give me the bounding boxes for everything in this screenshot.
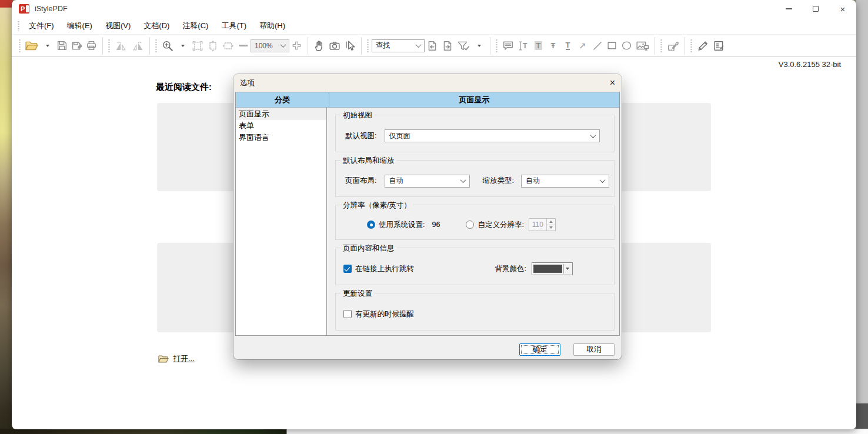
spinner-up-button[interactable] (547, 219, 555, 225)
caret-down-icon (566, 268, 569, 270)
category-item-page-display[interactable]: 页面显示 (236, 108, 326, 120)
toolbar-grip[interactable] (155, 39, 158, 53)
spinner-buttons (546, 219, 555, 231)
use-system-settings-radio[interactable] (367, 221, 375, 229)
update-notify-checkbox[interactable] (343, 310, 352, 318)
background-color-button[interactable] (532, 262, 573, 275)
zoom-level-combobox[interactable]: 100% (251, 39, 289, 52)
save-as-icon (71, 40, 82, 51)
arrow-tool-button[interactable]: ↗ (575, 38, 590, 54)
stamp-tool-button[interactable] (665, 38, 681, 54)
rotate-right-button[interactable] (129, 38, 146, 54)
find-next-button[interactable] (440, 38, 455, 54)
toolbar-grip[interactable] (690, 39, 693, 53)
close-button[interactable]: × (829, 0, 856, 18)
dialog-title-bar: 选项 × (233, 74, 622, 92)
category-column-header: 分类 (236, 92, 329, 107)
zoom-tool-button[interactable] (160, 38, 175, 54)
fit-page-button[interactable] (190, 38, 205, 54)
menu-help[interactable]: 帮助(H) (253, 18, 292, 34)
initial-view-group: 初始视图 默认视图: 仅页面 (335, 115, 615, 152)
ok-button[interactable]: 确定 (519, 343, 560, 356)
comment-tool-button[interactable] (500, 38, 516, 54)
version-label: V3.0.6.2155 32-bit (779, 60, 841, 69)
toolbar-grip[interactable] (108, 39, 111, 53)
save-button[interactable] (55, 38, 69, 54)
open-file-button[interactable] (24, 38, 40, 54)
menu-file[interactable]: 文件(F) (22, 18, 61, 34)
desktop-wallpaper-left (0, 0, 13, 434)
text-select-tool-button[interactable]: T (516, 38, 531, 54)
highlight-text-button[interactable]: T (531, 38, 546, 54)
menu-view[interactable]: 视图(V) (99, 18, 137, 34)
color-dropdown[interactable] (563, 264, 571, 273)
dialog-close-button[interactable]: × (610, 78, 615, 88)
open-file-link[interactable]: 打开... (158, 353, 195, 364)
toolbar-separator (308, 37, 308, 55)
link-jump-checkbox[interactable] (343, 265, 352, 273)
toolbar-grip[interactable] (660, 39, 663, 53)
chevron-down-icon (416, 42, 422, 48)
select-tool-button[interactable] (342, 38, 358, 54)
category-item-ui-language[interactable]: 界面语言 (236, 132, 326, 143)
category-item-forms[interactable]: 表单 (236, 120, 326, 132)
zoom-type-select[interactable]: 自动 (521, 175, 609, 188)
custom-resolution-radio[interactable] (466, 221, 474, 229)
open-file-dropdown[interactable] (40, 38, 55, 54)
minus-icon (239, 45, 248, 46)
filter-button[interactable] (455, 38, 472, 54)
snapshot-button[interactable] (327, 38, 342, 54)
toolbar-grip[interactable] (495, 39, 498, 53)
line-tool-button[interactable] (590, 38, 605, 54)
image-tool-button[interactable] (634, 38, 651, 54)
menu-comment[interactable]: 注释(C) (176, 18, 215, 34)
menubar-grip[interactable] (17, 21, 20, 31)
folder-open-icon (25, 41, 38, 51)
ellipse-tool-button[interactable] (619, 38, 634, 54)
toolbar-separator (149, 37, 150, 55)
form-tool-button[interactable] (711, 38, 727, 54)
menu-tools[interactable]: 工具(T) (215, 18, 253, 34)
spinner-down-button[interactable] (547, 225, 555, 231)
image-icon (636, 40, 649, 52)
page-layout-select[interactable]: 自动 (385, 175, 470, 188)
default-view-select[interactable]: 仅页面 (385, 129, 600, 142)
filter-dropdown[interactable] (472, 38, 486, 54)
maximize-button[interactable] (802, 0, 829, 18)
save-as-button[interactable] (69, 38, 84, 54)
fit-width-button[interactable] (221, 38, 236, 54)
app-icon: P (19, 4, 29, 14)
category-list: 页面显示 表单 界面语言 (236, 108, 327, 335)
dialog-content: 分类 页面显示 页面显示 表单 界面语言 初始视图 默认视图: 仅页面 (235, 92, 620, 336)
zoom-in-button[interactable] (289, 38, 304, 54)
print-button[interactable] (84, 38, 99, 54)
minimize-button[interactable] (775, 0, 802, 18)
rectangle-tool-button[interactable] (605, 38, 619, 54)
custom-resolution-spinner[interactable]: 110 (529, 218, 556, 231)
find-previous-icon (426, 40, 438, 52)
zoom-type-value: 自动 (526, 176, 540, 186)
background-color-label: 背景颜色: (495, 264, 526, 274)
toolbar-grip[interactable] (366, 39, 369, 53)
zoom-type-label: 缩放类型: (483, 176, 514, 186)
cancel-button[interactable]: 取消 (573, 343, 615, 356)
menu-edit[interactable]: 编辑(E) (61, 18, 99, 34)
fit-height-button[interactable] (205, 38, 221, 54)
find-previous-button[interactable] (425, 38, 440, 54)
dialog-header-row: 分类 页面显示 (236, 92, 619, 108)
page-layout-value: 自动 (389, 176, 403, 186)
custom-resolution-value: 110 (529, 219, 546, 231)
zoom-out-button[interactable] (236, 38, 251, 54)
hand-tool-button[interactable] (312, 38, 327, 54)
menu-document[interactable]: 文档(D) (137, 18, 176, 34)
dialog-buttons: 确定 取消 (519, 343, 615, 356)
strikethrough-text-button[interactable]: Ŧ (546, 38, 560, 54)
toolbar-separator (655, 37, 655, 55)
rotate-left-button[interactable] (113, 38, 129, 54)
pencil-tool-button[interactable] (695, 38, 711, 54)
toolbar-grip[interactable] (18, 39, 21, 53)
underline-text-button[interactable]: T (560, 38, 575, 54)
desktop-edge-right (856, 0, 868, 434)
find-combobox[interactable]: 查找 (372, 39, 425, 52)
zoom-tool-dropdown[interactable] (175, 38, 190, 54)
